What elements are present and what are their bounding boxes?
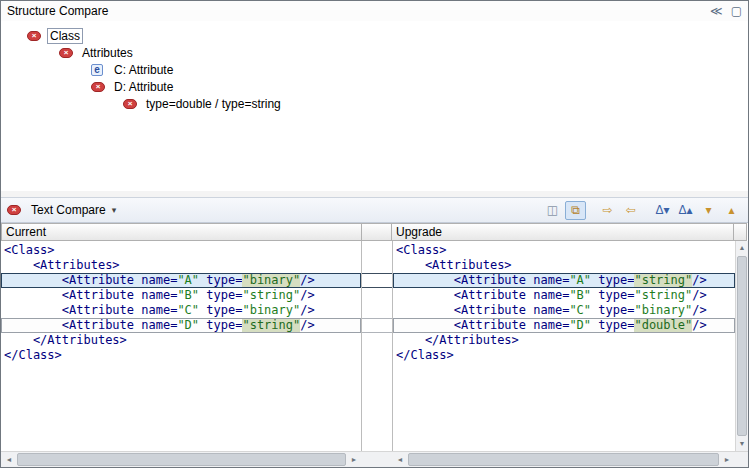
code-line[interactable]: <Attribute name="A" type="string"/> bbox=[393, 273, 735, 288]
code-text: "A" bbox=[177, 273, 199, 287]
code-text: <Class> bbox=[4, 243, 55, 257]
diff-word: "string" bbox=[634, 273, 692, 287]
code-text: /> bbox=[300, 288, 314, 302]
structure-compare-tree: ×Class×AttributeseC: Attribute×D: Attrib… bbox=[1, 21, 748, 191]
tree-item-label: D: Attribute bbox=[111, 80, 176, 94]
tree-item-label: Class bbox=[47, 28, 83, 44]
code-text: type= bbox=[199, 303, 242, 317]
right-code-pane[interactable]: <Class> <Attributes> <Attribute name="A"… bbox=[392, 241, 735, 451]
attribute-icon: e bbox=[91, 64, 103, 76]
tree-item[interactable]: ×Attributes bbox=[1, 44, 748, 61]
scrollbar-gutter-spacer bbox=[362, 452, 392, 467]
scrollbar-corner bbox=[735, 452, 748, 467]
tree-item[interactable]: ×type=double / type=string bbox=[1, 95, 748, 112]
left-code-pane[interactable]: <Class> <Attributes> <Attribute name="A"… bbox=[1, 241, 362, 451]
code-text: <Attribute name= bbox=[396, 273, 569, 287]
code-text: type= bbox=[591, 303, 634, 317]
code-line[interactable]: <Attribute name="D" type="double"/> bbox=[393, 318, 735, 333]
code-line[interactable]: <Attribute name="B" type="string"/> bbox=[1, 288, 361, 303]
code-text: <Attribute name= bbox=[396, 318, 569, 332]
text-compare-title: Text Compare bbox=[31, 203, 106, 217]
structure-compare-header-icons: ≪▢ bbox=[710, 2, 742, 20]
diff-connector-line bbox=[362, 273, 392, 274]
code-line[interactable]: <Attributes> bbox=[393, 258, 735, 273]
code-text: /> bbox=[692, 273, 706, 287]
compare-editor-window: Structure Compare ≪▢ ×Class×AttributeseC… bbox=[0, 0, 749, 468]
scroll-left-icon[interactable]: ◄ bbox=[392, 452, 408, 467]
column-header-current: Current bbox=[1, 223, 362, 241]
code-text: /> bbox=[692, 303, 706, 317]
left-horizontal-scroll-thumb[interactable] bbox=[17, 453, 346, 466]
code-text: </Attributes> bbox=[396, 333, 519, 347]
diff-icon: × bbox=[59, 48, 73, 58]
code-text: "A" bbox=[569, 273, 591, 287]
next-change-button[interactable]: ▾ bbox=[698, 201, 719, 220]
diff-connector-line bbox=[362, 318, 392, 319]
vertical-scroll-thumb[interactable] bbox=[737, 256, 747, 436]
code-line[interactable]: <Attribute name="D" type="string"/> bbox=[1, 318, 361, 333]
code-line[interactable]: <Attribute name="A" type="binary"/> bbox=[1, 273, 361, 288]
copy-all-right-to-left-button[interactable]: ⇦ bbox=[620, 201, 641, 220]
compare-column-headers: Current Upgrade bbox=[1, 223, 748, 241]
horizontal-scrollbar-row: ◄ ► ◄ ► bbox=[1, 451, 748, 467]
right-horizontal-scroll-thumb[interactable] bbox=[408, 453, 719, 466]
code-line[interactable]: <Class> bbox=[393, 243, 735, 258]
scroll-right-icon[interactable]: ► bbox=[346, 452, 362, 467]
code-text: <Attribute name= bbox=[4, 288, 177, 302]
tree-item[interactable]: ×D: Attribute bbox=[1, 78, 748, 95]
scroll-down-icon[interactable]: ▼ bbox=[736, 437, 748, 451]
code-line[interactable]: <Class> bbox=[1, 243, 361, 258]
diff-connector-line bbox=[362, 332, 392, 333]
scroll-right-icon[interactable]: ► bbox=[719, 452, 735, 467]
structure-compare-header: Structure Compare ≪▢ bbox=[1, 1, 748, 21]
code-line[interactable]: <Attribute name="C" type="binary"/> bbox=[1, 303, 361, 318]
diff-word: "string" bbox=[242, 318, 300, 332]
code-text: type= bbox=[199, 273, 242, 287]
code-line[interactable]: <Attribute name="C" type="binary"/> bbox=[393, 303, 735, 318]
previous-change-button[interactable]: ▴ bbox=[721, 201, 742, 220]
scroll-up-icon[interactable]: ▲ bbox=[736, 241, 748, 255]
previous-difference-button[interactable]: Δ▴ bbox=[675, 201, 696, 220]
code-text: "string" bbox=[242, 288, 300, 302]
code-text: <Attribute name= bbox=[4, 273, 177, 287]
left-horizontal-scrollbar[interactable]: ◄ ► bbox=[1, 452, 362, 467]
code-text: "string" bbox=[634, 288, 692, 302]
synchronize-scrolling-button[interactable]: ⧉ bbox=[565, 201, 586, 220]
vertical-scrollbar[interactable]: ▲ ▼ bbox=[735, 241, 748, 451]
code-line[interactable]: </Attributes> bbox=[1, 333, 361, 348]
code-line[interactable]: </Class> bbox=[393, 348, 735, 363]
code-line[interactable]: <Attributes> bbox=[1, 258, 361, 273]
chevron-down-icon[interactable]: ▾ bbox=[112, 205, 117, 215]
tree-item[interactable]: ×Class bbox=[1, 27, 748, 44]
tree-item[interactable]: eC: Attribute bbox=[1, 61, 748, 78]
tree-item-label: Attributes bbox=[79, 46, 136, 60]
code-text: /> bbox=[300, 318, 314, 332]
collapse-chevrons-icon[interactable]: ≪ bbox=[710, 2, 723, 20]
next-difference-button[interactable]: Δ▾ bbox=[652, 201, 673, 220]
diff-icon: × bbox=[27, 31, 41, 41]
tree-item-label: type=double / type=string bbox=[143, 97, 284, 111]
code-text: /> bbox=[300, 303, 314, 317]
code-text: </Attributes> bbox=[4, 333, 127, 347]
code-text: <Attribute name= bbox=[396, 288, 569, 302]
code-text: "B" bbox=[569, 288, 591, 302]
code-text: "C" bbox=[569, 303, 591, 317]
code-text: </Class> bbox=[4, 348, 62, 362]
text-compare-header: × Text Compare ▾ ◫⧉⇨⇦Δ▾Δ▴▾▴ bbox=[1, 197, 748, 223]
column-header-upgrade: Upgrade bbox=[391, 223, 734, 241]
code-text: type= bbox=[199, 318, 242, 332]
code-line[interactable]: </Attributes> bbox=[393, 333, 735, 348]
right-horizontal-scrollbar[interactable]: ◄ ► bbox=[392, 452, 735, 467]
code-text: /> bbox=[692, 288, 706, 302]
copy-all-left-to-right-button[interactable]: ⇨ bbox=[597, 201, 618, 220]
maximize-pane-icon[interactable]: ▢ bbox=[731, 2, 742, 20]
scroll-left-icon[interactable]: ◄ bbox=[1, 452, 17, 467]
code-line[interactable]: </Class> bbox=[1, 348, 361, 363]
code-text: /> bbox=[300, 273, 314, 287]
code-text: "D" bbox=[569, 318, 591, 332]
two-way-compare-button[interactable]: ◫ bbox=[542, 201, 563, 220]
code-line[interactable]: <Attribute name="B" type="string"/> bbox=[393, 288, 735, 303]
column-header-gutter bbox=[361, 223, 392, 241]
structure-compare-title: Structure Compare bbox=[7, 4, 108, 18]
column-header-scrollbar-corner bbox=[733, 223, 747, 241]
